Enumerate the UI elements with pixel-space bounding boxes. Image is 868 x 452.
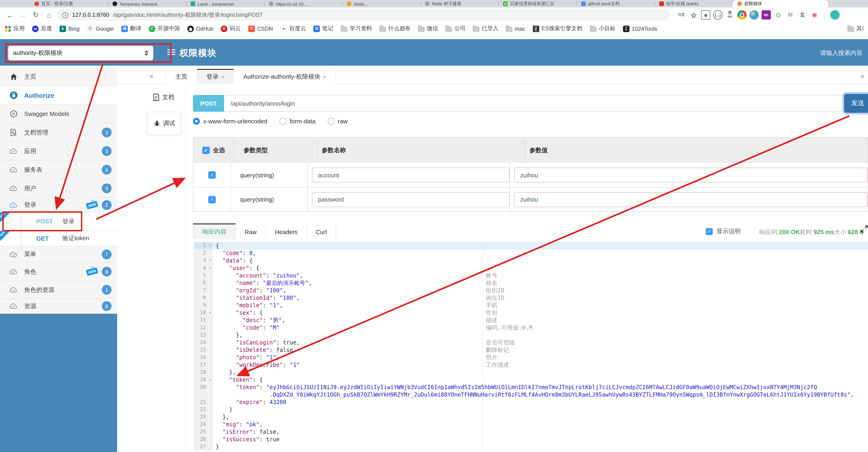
sidebar-item-post-登录[interactable]: NEWPOST登录 [0, 212, 117, 231]
fold-arrow-icon[interactable]: ▾ [209, 376, 212, 384]
bookmark-item[interactable]: 小目标 [590, 25, 616, 33]
fold-arrow-icon[interactable]: ▾ [209, 242, 212, 250]
profile-avatar[interactable] [830, 10, 840, 20]
browser-tab[interactable]: Node 种子搜索 [420, 0, 498, 7]
param-value-input[interactable] [514, 192, 868, 207]
param-name-input[interactable] [312, 192, 509, 207]
browser-tab[interactable]: Temporary Interacti [108, 0, 186, 7]
response-tab-响应内容[interactable]: 响应内容 [193, 223, 236, 239]
fold-arrow-icon[interactable]: ▾ [209, 264, 212, 272]
browser-tab[interactable]: github pock文档 [577, 0, 655, 7]
browser-tab[interactable]: 首页 - 登录/注册 [30, 0, 108, 7]
bookmark-item[interactable]: 10 241024Tools [623, 25, 657, 32]
bookmark-item[interactable]: GGoogle [87, 25, 114, 32]
globe-icon[interactable] [749, 10, 759, 20]
search-input[interactable]: 请输入搜索内容 [820, 49, 862, 57]
tab-doc[interactable]: 文档 [150, 89, 178, 105]
close-icon[interactable]: × [323, 74, 326, 80]
home-icon[interactable]: ⌂ [44, 10, 54, 20]
sidebar-item-服务表[interactable]: API服务表6 [0, 161, 117, 179]
browser-tab[interactable]: https://z.u2.10... [264, 0, 342, 7]
fold-arrow-icon[interactable]: ▾ [209, 309, 212, 316]
mget-icon[interactable]: M [786, 10, 795, 20]
sidebar-item-用户[interactable]: API用户9 [0, 179, 117, 198]
doc-tab-登录[interactable]: 登录× [197, 69, 234, 84]
sidebar-item-文档管理[interactable]: 文档管理3 [0, 123, 117, 142]
param-checkbox[interactable]: ✓ [208, 171, 216, 179]
browser-tab[interactable]: Node... [342, 0, 420, 7]
sidebar-item-菜单[interactable]: API菜单7 [0, 246, 117, 262]
bookmark-item[interactable]: 公司 [445, 25, 465, 33]
fold-arrow-icon[interactable]: ▾ [209, 257, 212, 264]
reload-icon[interactable]: ↻ [31, 10, 41, 20]
rp-icon[interactable]: RP [762, 10, 771, 20]
response-json-editor[interactable]: 1▾{2 "code": 0,3▾ "data": {4▾ "user": {5… [194, 242, 868, 452]
json-icon[interactable]: {…} [713, 10, 722, 20]
sidebar-item-资源[interactable]: API资源6 [0, 299, 117, 314]
bookmark-item[interactable]: 已导入 [473, 25, 498, 33]
browser-tab[interactable]: JS百家优秀前端资源汇总 [498, 0, 577, 7]
asterisk-icon[interactable]: ✻ [810, 10, 819, 20]
gitzip-icon[interactable]: Git Zip [798, 10, 807, 20]
page-info-icon[interactable]: i [62, 12, 68, 18]
bookmark-item[interactable]: 学习资料 [341, 25, 372, 33]
doc-tab-主页[interactable]: 主页 [165, 69, 197, 84]
bookmark-item[interactable]: du百度 [32, 25, 52, 33]
module-select[interactable]: authority-权限模块 [8, 46, 153, 60]
forward-icon[interactable]: → [18, 10, 28, 20]
bookmark-item[interactable]: 译翻译 [121, 25, 141, 33]
sidebar-item-Authorize[interactable]: Authorize [0, 86, 117, 105]
bookmark-other-folder[interactable]: 其他书签 [847, 25, 863, 33]
hamburger-icon[interactable] [167, 49, 175, 55]
bookmark-item[interactable]: 什么都有 [379, 25, 410, 33]
response-tab-Raw[interactable]: Raw [236, 223, 266, 239]
bookmark-item[interactable]: G码云 [221, 25, 241, 33]
screenshot-icon[interactable]: ▣ [701, 10, 710, 20]
close-icon[interactable]: × [221, 74, 224, 80]
response-tab-Curl[interactable]: Curl [307, 223, 336, 239]
sidebar-item-角色的资源[interactable]: API角色的资源1 [0, 281, 117, 299]
body-type-radio-x-www-form-urlencoded[interactable]: x-www-form-urlencoded [193, 118, 267, 125]
star-icon[interactable]: ☆ [689, 10, 698, 20]
tab-debug[interactable]: 调试 [147, 112, 181, 135]
bookmark-item[interactable]: ∞百度云 [280, 25, 306, 33]
response-tab-Headers[interactable]: Headers [266, 223, 307, 239]
bookmark-item[interactable]: C开源中国 [149, 25, 180, 33]
param-name-input[interactable] [312, 168, 509, 182]
bookmark-item[interactable]: ES搜索引擎文档 [533, 25, 583, 33]
collapse-left-icon[interactable]: « [150, 72, 153, 80]
chrome-icon[interactable] [737, 10, 747, 20]
bookmark-item[interactable]: CCSDN [248, 25, 273, 32]
back-icon[interactable]: ← [5, 10, 15, 20]
address-bar[interactable]: i 127.0.0.1:8760/api/gate/doc.html#/auth… [57, 9, 671, 21]
sidebar-item-Swagger Models[interactable]: Swagger Models [0, 105, 117, 123]
translate-icon[interactable]: G文 [677, 10, 686, 20]
bookmark-item[interactable]: 微信 [418, 25, 438, 33]
body-type-radio-form-data[interactable]: form-data [279, 118, 315, 125]
bookmark-item[interactable]: GitHub [187, 25, 213, 32]
sidebar-item-登录[interactable]: API登录NEW2 [0, 198, 117, 212]
bookmark-item[interactable]: 应用 [5, 25, 25, 33]
show-description-checkbox[interactable]: ✓ [706, 228, 713, 235]
fullscreen-icon[interactable] [861, 225, 868, 233]
bookmark-item[interactable]: mac [506, 25, 525, 32]
octotree-icon[interactable]: O [774, 10, 783, 20]
sidebar-item-主页[interactable]: 主页 [0, 67, 117, 86]
bookmark-item[interactable]: bBing [60, 25, 80, 32]
sidebar-item-角色[interactable]: API角色NEW8 [0, 262, 117, 281]
bookmark-item[interactable]: 其他书签 [847, 25, 863, 33]
select-all-checkbox[interactable]: ✓ [202, 147, 210, 154]
collapse-right-icon[interactable]: » [861, 72, 864, 80]
browser-tab[interactable]: 知乎/在线 (pack) [655, 0, 733, 7]
en-translate-icon[interactable]: 英 en [725, 10, 735, 20]
show-description-toggle[interactable]: ✓ 显示说明 [706, 227, 741, 235]
send-button[interactable]: 发送 [844, 94, 868, 113]
param-value-input[interactable] [514, 168, 868, 182]
param-checkbox[interactable]: ✓ [208, 196, 216, 203]
browser-tab[interactable]: Land - Jumpserver [186, 0, 264, 7]
bookmark-item[interactable]: N笔记 [313, 25, 333, 33]
body-type-radio-raw[interactable]: raw [328, 118, 347, 125]
doc-tab-Authorize-authority-权限模块[interactable]: Authorize-authority-权限模块× [234, 69, 336, 84]
request-path-input[interactable] [224, 95, 843, 112]
sidebar-item-应用[interactable]: API应用5 [0, 142, 117, 161]
